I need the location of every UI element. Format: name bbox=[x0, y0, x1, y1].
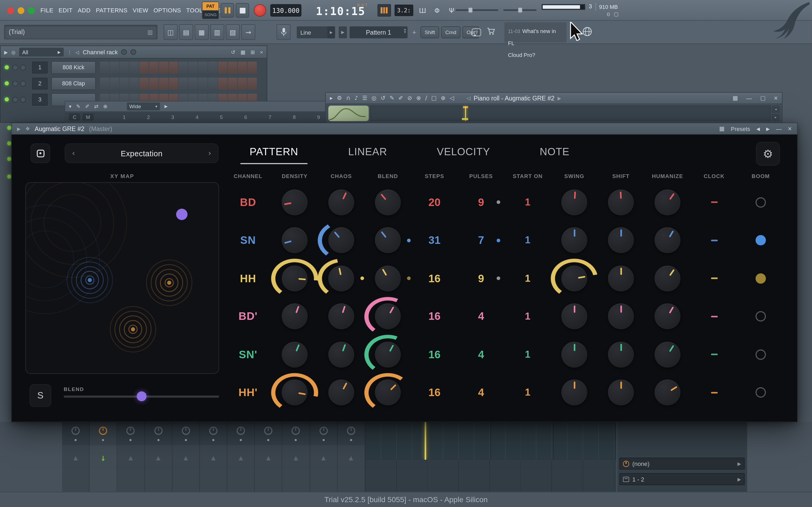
mixer-icon[interactable]: ▥ bbox=[210, 24, 224, 40]
step-cell[interactable] bbox=[179, 77, 188, 89]
clock-value[interactable] bbox=[711, 202, 717, 203]
step-cell[interactable] bbox=[248, 77, 257, 89]
playlist-grid[interactable] bbox=[365, 422, 616, 460]
undo-icon[interactable]: ↺ bbox=[231, 49, 235, 55]
detach-icon[interactable]: ▦ bbox=[733, 95, 738, 102]
pause-button[interactable] bbox=[221, 3, 234, 18]
clock-icon[interactable] bbox=[99, 427, 107, 435]
channel-pan-knob[interactable] bbox=[12, 80, 18, 86]
step-cell[interactable] bbox=[228, 77, 237, 89]
tab-note[interactable]: NOTE bbox=[540, 146, 570, 158]
piano-roll-timeline[interactable] bbox=[370, 106, 770, 121]
plugin-titlebar[interactable]: ▶ ❖ Augmatic GRE #2 (Master) ▦ Presets ◀… bbox=[11, 123, 798, 134]
chevron-right-icon[interactable]: ▶ bbox=[558, 96, 561, 101]
step-cell[interactable] bbox=[140, 77, 149, 89]
steps-value[interactable]: 16 bbox=[428, 272, 440, 285]
shift-knob[interactable] bbox=[598, 335, 644, 374]
channel-volume-knob[interactable] bbox=[20, 97, 26, 102]
menu-options[interactable]: OPTIONS bbox=[153, 7, 181, 13]
chevron-right-icon[interactable]: ▶ bbox=[164, 104, 168, 109]
step-cell[interactable] bbox=[188, 77, 198, 89]
channel-enable-led[interactable] bbox=[7, 141, 11, 145]
blend-knob[interactable] bbox=[365, 374, 411, 412]
start-on-value[interactable]: 1 bbox=[525, 273, 530, 284]
channel-label[interactable]: SN' bbox=[239, 348, 257, 361]
channel-enable-led[interactable] bbox=[7, 126, 11, 130]
song-mode-label[interactable]: SONG bbox=[203, 10, 219, 19]
time-display[interactable]: 1:10:15 B:S:T bbox=[314, 1, 369, 19]
chaos-knob[interactable] bbox=[318, 221, 365, 260]
master-volume-slider[interactable] bbox=[503, 9, 536, 11]
solo-button[interactable]: S bbox=[30, 384, 51, 407]
channel-label[interactable]: SN bbox=[240, 234, 256, 246]
channel-volume-knob[interactable] bbox=[20, 80, 26, 86]
playlist-track-lane[interactable]: ▲ bbox=[117, 422, 145, 492]
clock-value[interactable] bbox=[711, 316, 717, 318]
playlist-ruler[interactable]: C M 123456789 bbox=[65, 112, 327, 122]
step-cell[interactable] bbox=[110, 61, 119, 73]
density-knob[interactable] bbox=[271, 374, 318, 412]
clock-icon[interactable] bbox=[347, 427, 355, 435]
shop-button[interactable] bbox=[487, 27, 496, 37]
menu-icon[interactable]: ☰ bbox=[362, 95, 368, 102]
step-cell[interactable] bbox=[149, 77, 159, 89]
options-arrow-icon[interactable]: ▸ bbox=[330, 95, 333, 102]
record-button[interactable] bbox=[254, 4, 266, 16]
boom-toggle[interactable] bbox=[756, 311, 766, 322]
menu-arrow-icon[interactable]: ▾ bbox=[69, 104, 71, 109]
tab-pattern[interactable]: PATTERN bbox=[250, 146, 298, 158]
mic-record-button[interactable] bbox=[276, 24, 290, 40]
clock-icon[interactable] bbox=[154, 427, 163, 435]
swing-knob[interactable] bbox=[551, 260, 598, 297]
target-icon[interactable]: ◎ bbox=[11, 49, 15, 55]
swing-knob[interactable] bbox=[551, 297, 598, 336]
channel-pan-knob[interactable] bbox=[12, 97, 18, 102]
blend-knob[interactable] bbox=[365, 297, 411, 336]
add-pattern-button[interactable]: + bbox=[410, 28, 419, 36]
snap-selector[interactable]: Line ▶ bbox=[297, 26, 335, 38]
project-picker-icon[interactable]: ▥ bbox=[148, 29, 153, 36]
speaker-icon[interactable]: ◁ bbox=[467, 95, 471, 101]
density-knob[interactable] bbox=[271, 183, 318, 221]
step-cell[interactable] bbox=[248, 61, 257, 73]
playlist-track-lane[interactable]: ▲ bbox=[200, 422, 227, 492]
step-cell[interactable] bbox=[129, 61, 139, 73]
shift-knob[interactable] bbox=[598, 221, 644, 260]
chaos-knob[interactable] bbox=[318, 374, 365, 412]
step-cell[interactable] bbox=[198, 77, 208, 89]
slice-icon[interactable]: ∕ bbox=[425, 95, 427, 102]
clock-icon[interactable] bbox=[71, 427, 80, 435]
step-cell[interactable] bbox=[218, 77, 227, 89]
blend-knob[interactable] bbox=[365, 221, 411, 260]
channel-enable-led[interactable] bbox=[5, 65, 9, 69]
window-menu-icon[interactable]: ▶ bbox=[4, 49, 7, 55]
minimize-icon[interactable]: — bbox=[746, 95, 752, 101]
channel-enable-led[interactable] bbox=[5, 81, 9, 86]
boom-toggle[interactable] bbox=[756, 197, 766, 208]
minimize-icon[interactable]: — bbox=[776, 126, 782, 132]
step-cell[interactable] bbox=[100, 61, 109, 73]
playlist-track-lane[interactable]: ▲ bbox=[255, 422, 283, 492]
clock-value[interactable] bbox=[711, 392, 717, 393]
playlist-track-lane[interactable]: ↓ bbox=[90, 422, 117, 492]
pulses-value[interactable]: 4 bbox=[478, 348, 484, 361]
metronome-icon[interactable]: Φ bbox=[431, 3, 443, 18]
step-cell[interactable] bbox=[149, 61, 159, 73]
shift-knob[interactable] bbox=[598, 260, 644, 297]
start-on-value[interactable]: 1 bbox=[525, 235, 530, 246]
project-title-field[interactable]: (Trial) ▥ bbox=[4, 25, 157, 40]
clock-value[interactable] bbox=[711, 278, 717, 279]
boom-toggle[interactable] bbox=[756, 388, 766, 398]
density-knob[interactable] bbox=[271, 221, 318, 260]
pattern-selector[interactable]: Pattern 1 ▲▼ bbox=[349, 26, 408, 38]
browser-icon[interactable]: ▧ bbox=[226, 24, 240, 40]
close-icon[interactable]: × bbox=[260, 49, 263, 55]
typing-keyboard-icon[interactable]: Ш bbox=[416, 3, 429, 18]
playlist-grid-lower[interactable] bbox=[365, 460, 616, 492]
preset-browser-icon[interactable]: ▦ bbox=[719, 125, 725, 132]
start-on-value[interactable]: 1 bbox=[525, 196, 530, 208]
blend-slider[interactable] bbox=[64, 396, 219, 398]
tools-icon[interactable]: ⚙ bbox=[337, 95, 342, 102]
pat-song-toggle[interactable]: PAT SONG bbox=[202, 2, 219, 19]
pattern-range-selector[interactable]: 1 - 2 ▶ bbox=[619, 473, 745, 485]
